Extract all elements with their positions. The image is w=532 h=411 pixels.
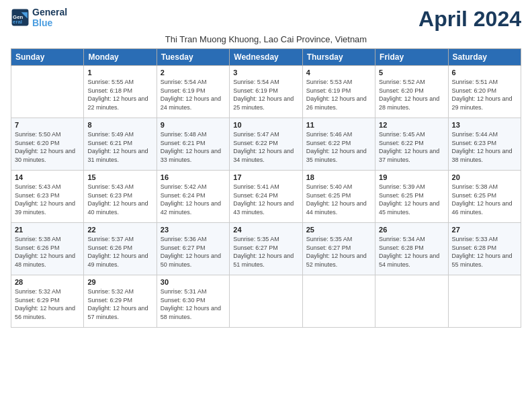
day-info: Sunrise: 5:54 AMSunset: 6:19 PMDaylight:… (161, 78, 226, 111)
day-number: 5 (379, 68, 444, 77)
weekday-header-monday: Monday (84, 49, 157, 66)
calendar-cell (11, 66, 84, 118)
day-info: Sunrise: 5:35 AMSunset: 6:27 PMDaylight:… (233, 235, 298, 269)
calendar-cell: 19Sunrise: 5:39 AMSunset: 6:25 PMDayligh… (375, 171, 448, 223)
calendar-cell: 7Sunrise: 5:50 AMSunset: 6:20 PMDaylight… (11, 118, 84, 171)
day-info: Sunrise: 5:31 AMSunset: 6:30 PMDaylight:… (161, 287, 226, 321)
calendar-cell: 11Sunrise: 5:46 AMSunset: 6:22 PMDayligh… (302, 118, 375, 171)
day-number: 24 (233, 226, 298, 234)
calendar-cell (230, 275, 302, 328)
day-info: Sunrise: 5:41 AMSunset: 6:24 PMDaylight:… (233, 183, 298, 216)
day-number: 25 (306, 226, 371, 234)
day-info: Sunrise: 5:47 AMSunset: 6:22 PMDaylight:… (233, 130, 298, 164)
day-info: Sunrise: 5:49 AMSunset: 6:21 PMDaylight:… (87, 130, 152, 164)
day-number: 2 (161, 68, 226, 77)
day-number: 30 (161, 278, 226, 286)
day-info: Sunrise: 5:50 AMSunset: 6:20 PMDaylight:… (15, 130, 80, 164)
logo-icon: Gen eral (11, 8, 30, 27)
day-number: 14 (15, 173, 80, 181)
calendar-cell: 13Sunrise: 5:44 AMSunset: 6:23 PMDayligh… (448, 118, 521, 171)
weekday-header-wednesday: Wednesday (230, 49, 302, 66)
week-row-5: 28Sunrise: 5:32 AMSunset: 6:29 PMDayligh… (11, 275, 521, 328)
day-number: 18 (306, 173, 371, 181)
day-number: 17 (233, 173, 298, 181)
day-info: Sunrise: 5:42 AMSunset: 6:24 PMDaylight:… (161, 183, 226, 216)
calendar-cell: 17Sunrise: 5:41 AMSunset: 6:24 PMDayligh… (230, 171, 302, 223)
day-number: 8 (87, 121, 152, 129)
calendar-cell: 25Sunrise: 5:35 AMSunset: 6:27 PMDayligh… (302, 223, 375, 275)
calendar-cell (448, 275, 521, 328)
day-number: 11 (306, 121, 371, 129)
weekday-header-thursday: Thursday (302, 49, 375, 66)
day-number: 1 (87, 68, 152, 77)
svg-text:eral: eral (13, 19, 22, 25)
week-row-1: 1Sunrise: 5:55 AMSunset: 6:18 PMDaylight… (11, 66, 521, 118)
calendar-cell: 5Sunrise: 5:52 AMSunset: 6:20 PMDaylight… (375, 66, 448, 118)
calendar-cell: 21Sunrise: 5:38 AMSunset: 6:26 PMDayligh… (11, 223, 84, 275)
day-info: Sunrise: 5:36 AMSunset: 6:27 PMDaylight:… (161, 235, 226, 269)
calendar-cell: 12Sunrise: 5:45 AMSunset: 6:22 PMDayligh… (375, 118, 448, 171)
day-number: 13 (452, 121, 517, 129)
day-number: 16 (161, 173, 226, 181)
calendar-cell: 16Sunrise: 5:42 AMSunset: 6:24 PMDayligh… (157, 171, 229, 223)
day-info: Sunrise: 5:39 AMSunset: 6:25 PMDaylight:… (379, 183, 444, 216)
day-number: 28 (15, 278, 80, 286)
calendar-cell: 15Sunrise: 5:43 AMSunset: 6:23 PMDayligh… (84, 171, 157, 223)
day-number: 7 (15, 121, 80, 129)
day-info: Sunrise: 5:38 AMSunset: 6:25 PMDaylight:… (452, 183, 517, 216)
day-info: Sunrise: 5:34 AMSunset: 6:28 PMDaylight:… (379, 235, 444, 269)
page: Gen eral General Blue April 2024 Thi Tra… (0, 0, 532, 334)
day-number: 27 (452, 226, 517, 234)
day-info: Sunrise: 5:35 AMSunset: 6:27 PMDaylight:… (306, 235, 371, 269)
day-number: 20 (452, 173, 517, 181)
day-number: 22 (87, 226, 152, 234)
day-number: 6 (452, 68, 517, 77)
day-info: Sunrise: 5:33 AMSunset: 6:28 PMDaylight:… (452, 235, 517, 269)
weekday-header-sunday: Sunday (11, 49, 84, 66)
day-number: 4 (306, 68, 371, 77)
calendar-cell: 28Sunrise: 5:32 AMSunset: 6:29 PMDayligh… (11, 275, 84, 328)
day-number: 23 (161, 226, 226, 234)
calendar-cell: 26Sunrise: 5:34 AMSunset: 6:28 PMDayligh… (375, 223, 448, 275)
day-info: Sunrise: 5:48 AMSunset: 6:21 PMDaylight:… (161, 130, 226, 164)
header: Gen eral General Blue April 2024 (11, 7, 521, 32)
week-row-3: 14Sunrise: 5:43 AMSunset: 6:23 PMDayligh… (11, 171, 521, 223)
calendar-cell: 9Sunrise: 5:48 AMSunset: 6:21 PMDaylight… (157, 118, 229, 171)
day-info: Sunrise: 5:32 AMSunset: 6:29 PMDaylight:… (15, 287, 80, 321)
week-row-2: 7Sunrise: 5:50 AMSunset: 6:20 PMDaylight… (11, 118, 521, 171)
calendar-cell: 2Sunrise: 5:54 AMSunset: 6:19 PMDaylight… (157, 66, 229, 118)
day-info: Sunrise: 5:40 AMSunset: 6:25 PMDaylight:… (306, 183, 371, 216)
calendar-cell: 23Sunrise: 5:36 AMSunset: 6:27 PMDayligh… (157, 223, 229, 275)
weekday-header-tuesday: Tuesday (157, 49, 229, 66)
subtitle: Thi Tran Muong Khuong, Lao Cai Province,… (11, 34, 521, 44)
day-number: 26 (379, 226, 444, 234)
day-info: Sunrise: 5:55 AMSunset: 6:18 PMDaylight:… (87, 78, 152, 111)
weekday-header-row: SundayMondayTuesdayWednesdayThursdayFrid… (11, 49, 521, 66)
calendar-cell: 18Sunrise: 5:40 AMSunset: 6:25 PMDayligh… (302, 171, 375, 223)
calendar-cell: 29Sunrise: 5:32 AMSunset: 6:29 PMDayligh… (84, 275, 157, 328)
calendar-cell: 10Sunrise: 5:47 AMSunset: 6:22 PMDayligh… (230, 118, 302, 171)
calendar-cell: 24Sunrise: 5:35 AMSunset: 6:27 PMDayligh… (230, 223, 302, 275)
calendar-cell: 1Sunrise: 5:55 AMSunset: 6:18 PMDaylight… (84, 66, 157, 118)
day-info: Sunrise: 5:44 AMSunset: 6:23 PMDaylight:… (452, 130, 517, 164)
day-number: 10 (233, 121, 298, 129)
calendar-table: SundayMondayTuesdayWednesdayThursdayFrid… (11, 48, 521, 328)
day-number: 15 (87, 173, 152, 181)
day-number: 9 (161, 121, 226, 129)
day-info: Sunrise: 5:46 AMSunset: 6:22 PMDaylight:… (306, 130, 371, 164)
month-title: April 2024 (418, 7, 521, 32)
day-info: Sunrise: 5:45 AMSunset: 6:22 PMDaylight:… (379, 130, 444, 164)
calendar-cell: 22Sunrise: 5:37 AMSunset: 6:26 PMDayligh… (84, 223, 157, 275)
logo: Gen eral General Blue (11, 7, 67, 28)
day-number: 12 (379, 121, 444, 129)
calendar-cell: 6Sunrise: 5:51 AMSunset: 6:20 PMDaylight… (448, 66, 521, 118)
day-info: Sunrise: 5:38 AMSunset: 6:26 PMDaylight:… (15, 235, 80, 269)
day-info: Sunrise: 5:37 AMSunset: 6:26 PMDaylight:… (87, 235, 152, 269)
day-number: 19 (379, 173, 444, 181)
calendar-cell: 14Sunrise: 5:43 AMSunset: 6:23 PMDayligh… (11, 171, 84, 223)
day-number: 29 (87, 278, 152, 286)
day-number: 3 (233, 68, 298, 77)
calendar-cell: 8Sunrise: 5:49 AMSunset: 6:21 PMDaylight… (84, 118, 157, 171)
week-row-4: 21Sunrise: 5:38 AMSunset: 6:26 PMDayligh… (11, 223, 521, 275)
logo-text: General Blue (32, 7, 67, 28)
